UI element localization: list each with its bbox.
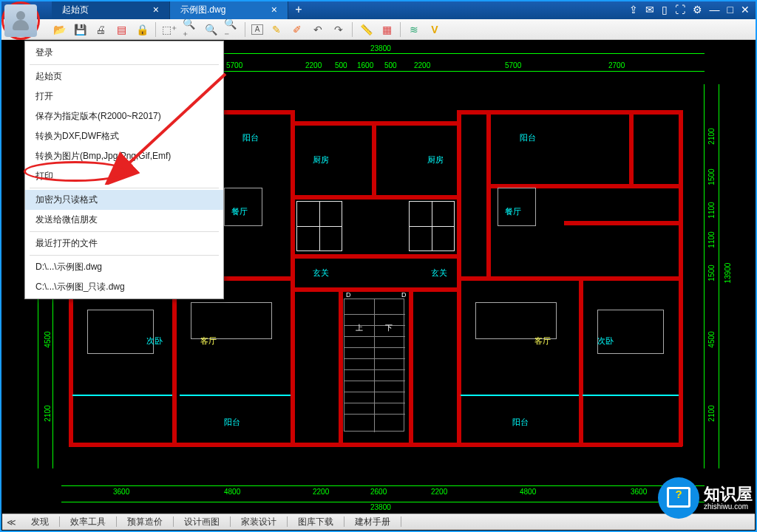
menu-item[interactable]: D:\...\示例图.dwg bbox=[25, 257, 223, 277]
zoom-in-icon[interactable]: 🔍⁺ bbox=[183, 22, 197, 37]
close-icon[interactable]: × bbox=[144, 4, 159, 16]
footer-tabs: ≪ 发现效率工具预算造价设计画图家装设计图库下载建材手册 bbox=[2, 514, 755, 530]
mobile-icon[interactable]: ▯ bbox=[662, 4, 668, 16]
menu-item[interactable]: 发送给微信朋友 bbox=[25, 210, 223, 230]
share-icon[interactable]: ⇪ bbox=[629, 4, 638, 16]
pdf-icon[interactable]: ▤ bbox=[114, 22, 129, 37]
menu-item[interactable]: 保存为指定版本(R2000~R2017) bbox=[25, 106, 223, 126]
tab-label: 起始页 bbox=[62, 4, 89, 16]
menu-item[interactable]: 转换为DXF,DWF格式 bbox=[25, 126, 223, 146]
menu-item[interactable]: 最近打开的文件 bbox=[25, 233, 223, 253]
menu-item[interactable]: 登录 bbox=[25, 43, 223, 63]
zoom-window-icon[interactable]: ⬚⁺ bbox=[162, 22, 177, 37]
wechat-icon[interactable]: ✉ bbox=[645, 4, 654, 16]
text-icon[interactable]: A bbox=[251, 24, 263, 35]
print-icon[interactable]: 🖨 bbox=[93, 22, 108, 37]
footer-prev-icon[interactable]: ≪ bbox=[2, 517, 21, 528]
undo-icon[interactable]: ↶ bbox=[310, 22, 325, 37]
area-icon[interactable]: ▦ bbox=[379, 22, 394, 37]
footer-tab[interactable]: 预算造价 bbox=[117, 516, 174, 527]
highlight-icon[interactable]: ✐ bbox=[290, 22, 305, 37]
watermark: ? 知识屋 zhishiwu.com bbox=[658, 477, 753, 519]
maximize-icon[interactable]: □ bbox=[727, 4, 733, 16]
menu-item[interactable]: 打印 bbox=[25, 166, 223, 186]
footer-tab[interactable]: 发现 bbox=[21, 516, 60, 527]
save-icon[interactable]: 💾 bbox=[72, 22, 87, 37]
menu-item[interactable]: 起始页 bbox=[25, 66, 223, 86]
open-icon[interactable]: 📂 bbox=[52, 22, 67, 37]
user-avatar[interactable] bbox=[1, 1, 40, 40]
dim-total-top: 23800 bbox=[370, 44, 391, 52]
tab-start-page[interactable]: 起始页 × bbox=[52, 0, 170, 19]
zoom-fit-icon[interactable]: 🔍 bbox=[203, 22, 218, 37]
watermark-icon: ? bbox=[658, 477, 699, 519]
watermark-title: 知识屋 bbox=[704, 486, 753, 502]
tab-document[interactable]: 示例图.dwg × bbox=[170, 0, 288, 19]
window-controls: ⇪ ✉ ▯ ⛶ ⚙ — □ ✕ bbox=[629, 0, 757, 19]
measure-icon[interactable]: 📏 bbox=[359, 22, 373, 37]
lock-icon[interactable]: 🔒 bbox=[135, 22, 149, 37]
fullscreen-icon[interactable]: ⛶ bbox=[675, 4, 685, 16]
redo-icon[interactable]: ↷ bbox=[331, 22, 346, 37]
document-tabs: 起始页 × 示例图.dwg × + bbox=[52, 0, 309, 19]
minimize-icon[interactable]: — bbox=[710, 4, 720, 16]
menu-item[interactable]: 转换为图片(Bmp,Jpg,Png,Gif,Emf) bbox=[25, 146, 223, 166]
menu-item[interactable]: C:\...\示例图_只读.dwg bbox=[25, 277, 223, 297]
zoom-out-icon[interactable]: 🔍⁻ bbox=[224, 22, 239, 37]
main-menu: 登录起始页打开保存为指定版本(R2000~R2017)转换为DXF,DWF格式转… bbox=[24, 41, 224, 299]
pencil-icon[interactable]: ✎ bbox=[269, 22, 284, 37]
footer-tab[interactable]: 建材手册 bbox=[344, 516, 401, 527]
add-tab-button[interactable]: + bbox=[288, 0, 309, 19]
tab-label: 示例图.dwg bbox=[180, 4, 225, 16]
menu-item[interactable]: 打开 bbox=[25, 86, 223, 106]
watermark-sub: zhishiwu.com bbox=[704, 502, 753, 511]
vip-icon[interactable]: V bbox=[427, 22, 442, 37]
titlebar: 起始页 × 示例图.dwg × + ⇪ ✉ ▯ ⛶ ⚙ — □ ✕ bbox=[0, 0, 757, 19]
layers-icon[interactable]: ≋ bbox=[407, 22, 421, 37]
footer-tab[interactable]: 效率工具 bbox=[60, 516, 117, 527]
menu-item[interactable]: 加密为只读格式 bbox=[25, 190, 223, 210]
settings-icon[interactable]: ⚙ bbox=[693, 4, 702, 16]
footer-tab[interactable]: 设计画图 bbox=[174, 516, 231, 527]
footer-tab[interactable]: 家装设计 bbox=[231, 516, 288, 527]
close-icon[interactable]: × bbox=[262, 4, 277, 16]
close-window-icon[interactable]: ✕ bbox=[741, 4, 750, 16]
footer-tab[interactable]: 图库下载 bbox=[288, 516, 344, 527]
toolbar: 📂 💾 🖨 ▤ 🔒 ⬚⁺ 🔍⁺ 🔍 🔍⁻ A ✎ ✐ ↶ ↷ 📏 ▦ ≋ V bbox=[0, 19, 757, 40]
